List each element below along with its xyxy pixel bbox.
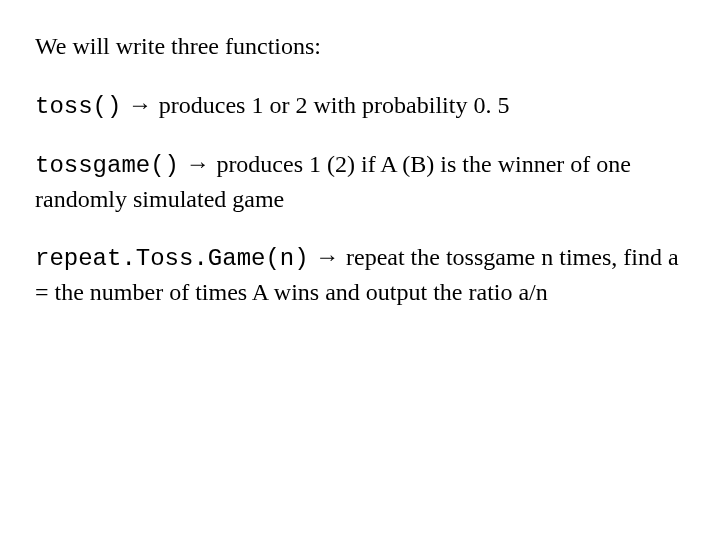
code-token: toss(): [35, 93, 121, 120]
code-token: repeat.Toss.Game(n): [35, 245, 309, 272]
arrow-icon: →: [309, 243, 346, 270]
function-item: tossgame() → produces 1 (2) if A (B) is …: [35, 147, 685, 216]
arrow-icon: →: [179, 150, 216, 177]
code-token: tossgame(): [35, 152, 179, 179]
slide-heading: We will write three functions:: [35, 30, 685, 64]
function-description: produces 1 or 2 with probability 0. 5: [159, 92, 510, 118]
function-item: repeat.Toss.Game(n) → repeat the tossgam…: [35, 240, 685, 309]
function-item: toss() → produces 1 or 2 with probabilit…: [35, 88, 685, 124]
arrow-icon: →: [121, 91, 158, 118]
slide-content: We will write three functions: toss() → …: [0, 0, 720, 364]
